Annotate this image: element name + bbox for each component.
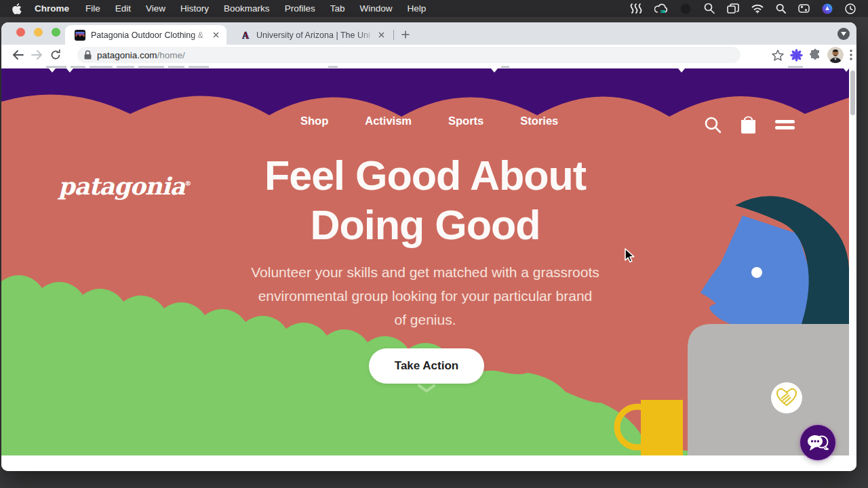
tab-search-button[interactable]: [837, 28, 850, 40]
scroll-down-chevron-icon[interactable]: [417, 384, 436, 393]
zoom-magnifier-icon[interactable]: [703, 3, 715, 14]
menu-item-profiles[interactable]: Profiles: [277, 0, 323, 17]
menu-item-history[interactable]: History: [173, 0, 216, 17]
clock-icon[interactable]: [845, 3, 856, 14]
profile-avatar[interactable]: [827, 47, 844, 63]
tab-title: Patagonia Outdoor Clothing &: [91, 30, 210, 40]
action-works-sticker: [771, 382, 802, 413]
lock-icon: [84, 50, 92, 60]
back-button[interactable]: [8, 45, 27, 64]
chat-widget-button[interactable]: [800, 425, 835, 460]
scrollbar-thumb[interactable]: [850, 70, 855, 115]
menu-item-tab[interactable]: Tab: [323, 0, 353, 17]
browser-window: Patagonia Outdoor Clothing & A Universit…: [1, 22, 856, 471]
nav-sports[interactable]: Sports: [448, 115, 484, 127]
page-viewport: patagonia® Shop Activism Sports Stories …: [1, 65, 856, 471]
arizona-favicon-icon: A: [240, 30, 251, 41]
close-window-button[interactable]: [16, 28, 25, 37]
fullscreen-window-button[interactable]: [52, 28, 60, 37]
forward-button[interactable]: [27, 45, 46, 64]
macos-menu-bar: Chrome File Edit View History Bookmarks …: [0, 0, 868, 17]
menu-item-chrome[interactable]: Chrome: [26, 0, 78, 17]
url-domain: patagonia.com: [97, 50, 157, 60]
hero-subtitle: Volunteer your skills and get matched wi…: [1, 260, 849, 331]
menu-item-edit[interactable]: Edit: [108, 0, 138, 17]
reload-button[interactable]: [46, 45, 65, 64]
nav-activism[interactable]: Activism: [365, 115, 412, 127]
dimmed-app-icon[interactable]: [680, 3, 691, 14]
svg-text:A: A: [242, 30, 250, 41]
hero-title: Feel Good About Doing Good: [1, 151, 849, 250]
wifi-icon[interactable]: [751, 4, 764, 14]
creative-cloud-icon[interactable]: [654, 3, 668, 14]
take-action-button[interactable]: Take Action: [369, 348, 484, 384]
extension-flower-icon[interactable]: [790, 49, 803, 62]
control-center-icon[interactable]: [798, 4, 810, 13]
nav-shop[interactable]: Shop: [300, 115, 328, 127]
menu-status-icons: [630, 3, 856, 14]
menu-item-view[interactable]: View: [138, 0, 173, 17]
page-scrollbar[interactable]: [849, 65, 856, 455]
kebab-menu-icon[interactable]: [850, 49, 852, 60]
patagonia-favicon-icon: [75, 30, 85, 41]
tab-separator: [393, 30, 394, 40]
hamburger-menu-icon[interactable]: [775, 119, 795, 130]
menu-item-bookmarks[interactable]: Bookmarks: [216, 0, 277, 17]
address-bar[interactable]: patagonia.com/home/: [77, 47, 741, 63]
spotlight-search-icon[interactable]: [776, 3, 786, 14]
tab-strip: Patagonia Outdoor Clothing & A Universit…: [1, 22, 856, 45]
minimize-window-button[interactable]: [34, 28, 43, 37]
menu-item-window[interactable]: Window: [352, 0, 399, 17]
menu-item-help[interactable]: Help: [399, 0, 433, 17]
color-app-icon[interactable]: [822, 3, 833, 14]
search-icon[interactable]: [704, 116, 722, 134]
tab-patagonia[interactable]: Patagonia Outdoor Clothing &: [65, 25, 226, 45]
tab-university-arizona[interactable]: A University of Arizona | The Uni: [231, 25, 392, 45]
menu-item-file[interactable]: File: [78, 0, 108, 17]
main-navigation: Shop Activism Sports Stories: [300, 115, 558, 127]
signal-waves-icon[interactable]: [630, 3, 642, 14]
bookmark-star-icon[interactable]: [772, 49, 784, 61]
new-tab-button[interactable]: [399, 28, 412, 41]
tab-title: University of Arizona | The Uni: [256, 30, 376, 40]
nav-stories[interactable]: Stories: [520, 115, 558, 127]
screen-mirroring-icon[interactable]: [727, 3, 739, 14]
url-path: /home/: [157, 50, 185, 60]
tab-close-icon[interactable]: [210, 30, 221, 41]
apple-menu-icon[interactable]: [12, 3, 22, 14]
browser-toolbar: patagonia.com/home/: [1, 45, 856, 65]
tab-close-icon[interactable]: [376, 30, 387, 41]
extensions-puzzle-icon[interactable]: [809, 49, 821, 61]
cart-bag-icon[interactable]: [740, 115, 757, 134]
